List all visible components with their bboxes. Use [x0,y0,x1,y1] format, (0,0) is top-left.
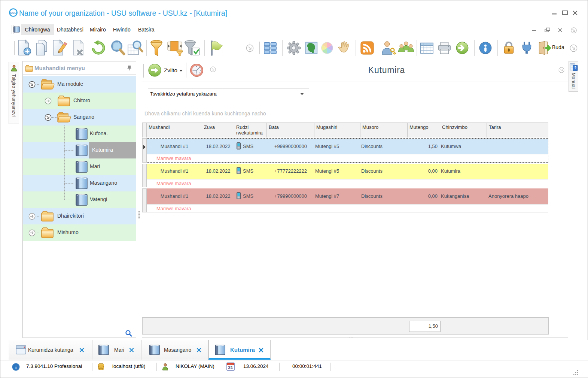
svg-text:31: 31 [228,365,233,370]
svg-text:USU: USU [10,11,16,15]
svg-text:?: ? [574,66,576,70]
svg-text:i: i [15,365,17,370]
